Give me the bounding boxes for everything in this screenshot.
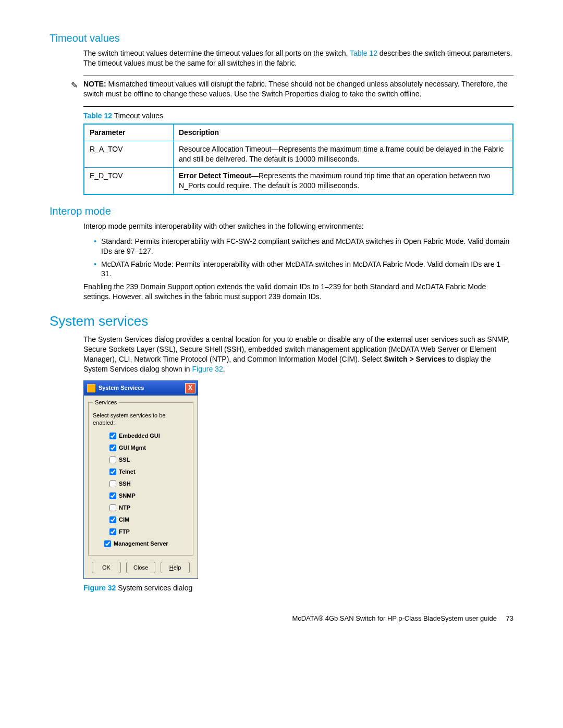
interop-bullet-list: Standard: Permits interoperability with … [83,237,513,279]
services-legend: Services [93,399,119,406]
help-button[interactable]: Help [161,562,190,573]
checkbox-label: CIM [119,516,129,524]
checkbox-label: GUI Mgmt [119,444,146,452]
list-item: McDATA Fabric Mode: Permits interoperabi… [94,260,513,279]
footer-text: McDATA® 4Gb SAN Switch for HP p-Class Bl… [292,614,497,622]
app-icon [87,384,95,392]
checkbox-gui-mgmt[interactable]: GUI Mgmt [107,443,189,453]
checkbox-label: SSL [119,456,130,464]
checkbox[interactable] [109,480,116,487]
interop-intro: Interop mode permits interoperability wi… [83,221,513,231]
page-number: 73 [506,614,513,622]
checkbox-label: NTP [119,504,130,512]
cell-desc: Resource Allocation Timeout—Represents t… [174,141,513,168]
checkbox-ntp[interactable]: NTP [107,503,189,513]
checkbox-label: Embedded GUI [119,432,160,440]
dialog-titlebar: System Services X [84,381,198,396]
checkbox-ssl[interactable]: SSL [107,455,189,465]
table-row: E_D_TOV Error Detect Timeout—Represents … [84,168,513,194]
interop-tail: Enabling the 239 Domain Support option e… [83,282,513,302]
checkbox[interactable] [109,528,116,535]
checkbox[interactable] [109,516,116,523]
services-prompt: Select system services to be enabled: [93,412,189,427]
table-header-row: Parameter Description [84,124,513,141]
note-icon: ✎ [71,80,78,91]
checkbox-cim[interactable]: CIM [107,515,189,525]
heading-timeout-values: Timeout values [50,31,513,45]
col-description: Description [174,124,513,141]
checkbox-embedded-gui[interactable]: Embedded GUI [107,431,189,441]
system-services-dialog: System Services X Services Select system… [83,380,198,579]
note-label: NOTE: [83,80,106,88]
divider [83,76,513,76]
divider [83,106,513,107]
cell-param: R_A_TOV [84,141,174,168]
dialog-title: System Services [99,384,185,392]
help-mnemonic: H [169,564,174,571]
services-fieldset: Services Select system services to be en… [88,399,193,556]
timeout-intro: The switch timeout values determine the … [83,48,513,68]
checkbox-ssh[interactable]: SSH [107,479,189,489]
close-icon[interactable]: X [185,383,195,393]
checkbox-management-server[interactable]: Management Server [102,539,189,549]
checkbox-label: Telnet [119,468,136,476]
cell-bold: Error Detect Timeout [179,171,251,180]
close-button[interactable]: Close [126,562,155,573]
note-block: ✎ NOTE: Mismatched timeout values will d… [83,79,513,99]
table-label: Table 12 [83,112,112,120]
checkbox-telnet[interactable]: Telnet [107,467,189,477]
link-table-12[interactable]: Table 12 [350,49,377,57]
figure-32-caption: Figure 32 System services dialog [83,583,513,593]
table-timeout-values: Parameter Description R_A_TOV Resource A… [83,124,513,194]
checkbox[interactable] [104,540,111,547]
checkbox[interactable] [109,456,116,463]
checkbox-label: Management Server [114,540,168,548]
heading-system-services: System services [50,312,513,330]
link-figure-32[interactable]: Figure 32 [192,365,223,373]
list-item: Standard: Permits interoperability with … [94,237,513,256]
col-parameter: Parameter [84,124,174,141]
checkbox-label: FTP [119,528,130,536]
checkbox[interactable] [109,504,116,511]
note-text: Mismatched timeout values will disrupt t… [83,80,507,98]
system-services-para: The System Services dialog provides a ce… [83,335,513,374]
checkbox-ftp[interactable]: FTP [107,527,189,537]
table-title: Timeout values [112,112,163,120]
ok-button[interactable]: OK [92,562,121,573]
checkbox-snmp[interactable]: SNMP [107,491,189,501]
checkbox[interactable] [109,445,116,451]
cell-desc: Error Detect Timeout—Represents the maxi… [174,168,513,194]
figure-caption-text: System services dialog [116,584,192,592]
table-row: R_A_TOV Resource Allocation Timeout—Repr… [84,141,513,168]
checkbox[interactable] [109,468,116,475]
checkbox-label: SSH [119,480,131,488]
page-footer: McDATA® 4Gb SAN Switch for HP p-Class Bl… [50,614,513,623]
checkbox[interactable] [109,433,116,439]
table-12-caption: Table 12 Timeout values [83,111,513,121]
heading-interop-mode: Interop mode [50,204,513,218]
figure-label: Figure 32 [83,584,116,592]
menu-path: Switch > Services [384,355,446,363]
text: The switch timeout values determine the … [83,49,350,57]
text: . [223,365,225,373]
checkbox[interactable] [109,492,116,499]
checkbox-label: SNMP [119,492,136,500]
cell-param: E_D_TOV [84,168,174,194]
